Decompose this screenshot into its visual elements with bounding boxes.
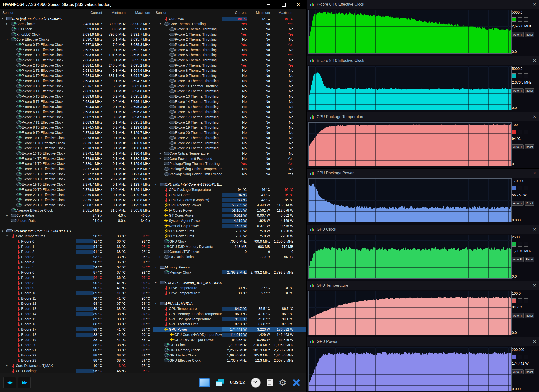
sensor-row[interactable]: P-core 1 Thermal ThrottlingYesNoYes — [153, 32, 306, 37]
series-color-swatch[interactable] — [512, 186, 516, 190]
minimum-value[interactable]: 0.1 MHz — [102, 131, 126, 135]
maximum-value[interactable]: Yes — [270, 63, 293, 67]
minimum-value[interactable]: No — [247, 167, 270, 171]
close-icon[interactable]: × — [533, 58, 536, 63]
report-button[interactable] — [267, 379, 273, 386]
sensor-row[interactable]: E-core 16 Thermal ThrottlingNoNoNo — [153, 109, 306, 114]
sensor-row[interactable]: P-core 393 °C33 °C95 °C — [0, 254, 153, 259]
sensor-row[interactable]: E-core 21 T0 Effective Clock2,379.6 MHz0… — [0, 192, 153, 197]
current-value[interactable]: 2,379.1 MHz — [76, 141, 102, 145]
current-value[interactable]: 87.0 °C — [222, 322, 247, 326]
maximum-value[interactable]: 3,692.7 MHz — [126, 48, 153, 52]
current-value[interactable]: 94 °C — [222, 188, 247, 192]
current-value[interactable]: 2,683.3 MHz — [76, 120, 102, 124]
maximum-value[interactable]: 3,127.4 MHz — [126, 172, 153, 176]
sensor-row[interactable]: P-core 5 T0 Effective Clock2,683.6 MHz0.… — [0, 94, 153, 99]
expand-chevron-icon[interactable]: ▸ — [6, 214, 11, 217]
current-value[interactable]: 174.441 W — [222, 327, 247, 331]
sensor-row[interactable]: E-core 9 Thermal ThrottlingNoNoNo — [153, 73, 306, 78]
collapse-chevron-icon[interactable]: ▾ — [6, 234, 11, 238]
minimum-value[interactable]: 0.3 MHz — [102, 125, 126, 129]
current-value[interactable]: 89 °C — [76, 317, 102, 321]
minimum-value[interactable]: 37 °C — [102, 302, 126, 305]
sensor-row[interactable]: E-core 1089 °C41 °C90 °C — [0, 290, 153, 296]
maximum-value[interactable]: 91 °C — [126, 239, 153, 243]
column-header-sensor[interactable]: Sensor — [153, 11, 222, 15]
sensor-row[interactable]: P-core 2 T0 Effective Clock2,684.1 MHz24… — [0, 63, 153, 68]
minimum-value[interactable]: 0.1 MHz — [102, 120, 126, 124]
current-value[interactable]: No — [222, 120, 247, 124]
current-value[interactable]: Yes — [222, 162, 247, 166]
current-value[interactable]: 21.0 x — [76, 219, 102, 223]
maximum-value[interactable]: 3,683.8 MHz — [126, 84, 153, 88]
graph-panel-titlebar[interactable]: GPU Clock× — [307, 225, 539, 234]
reset-button[interactable]: Reset — [525, 144, 534, 149]
maximum-value[interactable]: 2,250.2 MHz — [270, 348, 293, 352]
minimum-value[interactable]: 38 °C — [102, 358, 126, 362]
minimum-value[interactable]: 37 °C — [102, 270, 126, 274]
minimum-value[interactable]: 0.3 MHz — [102, 69, 126, 72]
minimum-value[interactable]: 0.1 MHz — [102, 37, 126, 41]
sensor-row[interactable]: GPU FBVDD Input Power54.038 W0.293 W56.8… — [153, 337, 306, 342]
minimum-value[interactable]: 38 °C — [102, 343, 126, 347]
sensor-row[interactable]: ▸Core Distance to TjMAX10 °C3 °C67 °C — [0, 363, 153, 368]
minimum-value[interactable]: 99.8 MHz — [102, 27, 126, 31]
sensor-row[interactable]: P-core 4 T0 Effective Clock2,676.1 MHz5.… — [0, 83, 153, 89]
minimum-value[interactable]: 27 °C — [247, 291, 270, 295]
minimum-value[interactable]: 0.1 MHz — [102, 141, 126, 145]
current-value[interactable]: No — [222, 79, 247, 83]
current-value[interactable]: 2,581.4 MHz — [76, 208, 102, 212]
minimum-value[interactable]: No — [247, 105, 270, 109]
sensor-row[interactable]: E-core 1888 °C41 °C90 °C — [0, 332, 153, 337]
sensor-row[interactable]: ▸Core Ratios24.9 x4.0 x40.0 x — [0, 213, 153, 218]
sensor-row[interactable]: P-core 796 °C36 °C96 °C — [0, 275, 153, 280]
sensor-row[interactable]: E-core 2188 °C38 °C89 °C — [0, 347, 153, 353]
auto-fit-button[interactable]: Auto Fit — [512, 369, 524, 374]
maximum-value[interactable]: No — [270, 167, 293, 171]
maximum-value[interactable]: No — [270, 84, 293, 88]
maximum-value[interactable]: No — [270, 146, 293, 150]
expand-chevron-icon[interactable]: ▸ — [6, 22, 11, 25]
current-value[interactable]: No — [222, 151, 247, 155]
sensor-row[interactable]: E-core 23 T0 Effective Clock2,380.1 MHz0… — [0, 202, 153, 208]
minimum-value[interactable]: No — [247, 69, 270, 72]
sensor-row[interactable]: E-core 15 T0 Effective Clock2,380.1 MHz0… — [0, 161, 153, 166]
expand-chevron-icon[interactable]: ▸ — [6, 364, 11, 367]
sensor-row[interactable]: P-core 490 °C36 °C91 °C — [0, 259, 153, 265]
maximum-value[interactable]: No — [270, 58, 293, 62]
current-value[interactable]: 0.011 W — [222, 214, 247, 217]
sensor-row[interactable]: Current cTDP Level000 — [153, 249, 306, 254]
sensor-row[interactable]: GPU Memory Clock2,250.2 MHz101.3 MHz2,25… — [153, 347, 306, 353]
maximum-value[interactable]: 91 °C — [126, 260, 153, 264]
maximum-value[interactable]: 176.532 W — [270, 327, 293, 331]
maximum-value[interactable]: No — [270, 37, 293, 41]
sensor-row[interactable]: P-core 3 T1 Effective Clock2,684.0 MHz0.… — [0, 78, 153, 83]
sensor-row[interactable]: P-core 1 T0 Effective Clock2,683.8 MHz10… — [0, 52, 153, 57]
minimum-value[interactable]: No — [247, 43, 270, 47]
current-value[interactable]: 91 °C — [76, 239, 102, 243]
current-value[interactable]: 2,684.1 MHz — [76, 63, 102, 67]
maximum-value[interactable]: Yes — [270, 22, 293, 26]
current-value[interactable]: 2,377.2 MHz — [76, 172, 102, 176]
current-value[interactable]: No — [222, 74, 247, 78]
maximum-value[interactable]: 56.846 W — [270, 338, 293, 342]
current-value[interactable]: 700.0 MHz — [222, 239, 247, 243]
sensor-row[interactable]: E-core 1788 °C41 °C88 °C — [0, 327, 153, 332]
sensor-row[interactable]: P-core 687 °C37 °C92 °C — [0, 270, 153, 275]
minimum-value[interactable]: 41 °C — [102, 286, 126, 290]
minimum-value[interactable]: 75.0 W — [247, 234, 270, 238]
maximum-value[interactable]: 3,129.7 MHz — [126, 182, 153, 186]
maximum-value[interactable]: No — [270, 125, 293, 129]
minimum-value[interactable]: 1.561 W — [247, 208, 270, 212]
maximum-value[interactable]: No — [270, 94, 293, 98]
sensor-row[interactable]: P-core 4 Thermal ThrottlingNoNoNo — [153, 47, 306, 52]
maximum-value[interactable]: 3,505.8 MHz — [126, 208, 153, 212]
maximum-value[interactable]: 94.1 °C — [270, 317, 293, 321]
minimum-value[interactable]: No — [247, 146, 270, 150]
auto-fit-button[interactable]: Auto Fit — [512, 88, 524, 93]
sensor-row[interactable]: E-core 8 T0 Effective Clock2,376.5 MHz0.… — [0, 125, 153, 130]
minimum-value[interactable]: 0.1 MHz — [102, 157, 126, 160]
current-value[interactable]: 90 °C — [76, 296, 102, 300]
checkbox[interactable] — [524, 186, 528, 190]
maximum-value[interactable]: Yes — [270, 157, 293, 160]
